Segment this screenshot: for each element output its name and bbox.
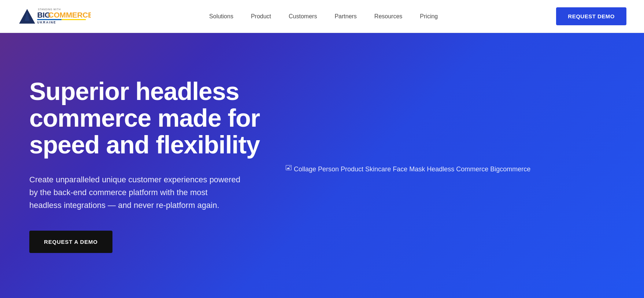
nav-item-product[interactable]: Product (244, 10, 278, 23)
broken-image-icon (286, 165, 292, 170)
svg-rect-6 (62, 19, 86, 20)
svg-text:UKRAINE: UKRAINE (37, 21, 56, 24)
hero-image: Collage Person Product Skincare Face Mas… (286, 164, 530, 174)
hero-content-right: Collage Person Product Skincare Face Mas… (286, 157, 615, 174)
nav-item-partners[interactable]: Partners (327, 10, 364, 23)
hero-subtext: Create unparalleled unique customer expe… (29, 173, 242, 212)
svg-rect-5 (37, 19, 62, 20)
hero-heading: Superior headless commerce made for spee… (29, 78, 264, 159)
nav-item-solutions[interactable]: Solutions (202, 10, 241, 23)
svg-text:STANDING WITH: STANDING WITH (38, 8, 60, 11)
hero-cta-button[interactable]: REQUEST A DEMO (29, 231, 112, 253)
svg-text:COMMERCE: COMMERCE (48, 11, 91, 19)
main-nav: Solutions Product Customers Partners Res… (91, 10, 556, 23)
request-demo-button[interactable]: REQUEST DEMO (556, 7, 626, 25)
nav-item-resources[interactable]: Resources (367, 10, 410, 23)
nav-item-customers[interactable]: Customers (281, 10, 324, 23)
site-header: STANDING WITH BIG COMMERCE UKRAINE Solut… (0, 0, 644, 33)
hero-image-alt-text: Collage Person Product Skincare Face Mas… (294, 164, 530, 174)
site-logo[interactable]: STANDING WITH BIG COMMERCE UKRAINE (18, 6, 91, 26)
hero-section: Superior headless commerce made for spee… (0, 33, 644, 298)
hero-content-left: Superior headless commerce made for spee… (29, 78, 286, 253)
nav-item-pricing[interactable]: Pricing (412, 10, 445, 23)
